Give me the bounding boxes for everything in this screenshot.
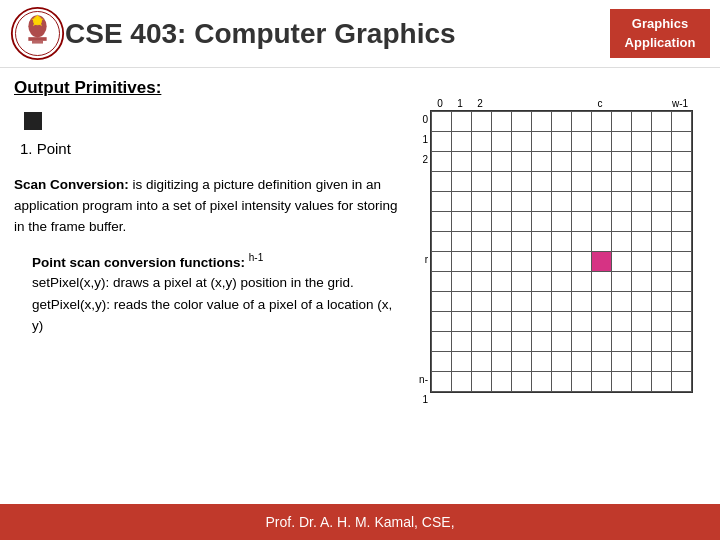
grid-cell [512,272,532,292]
grid-cell [472,212,492,232]
col-label-11 [650,98,670,109]
grid-wrapper: 0 1 2 c w-1 0 1 2 [416,98,706,393]
grid-cell [572,352,592,372]
grid-cell [492,252,512,272]
grid-cell [512,112,532,132]
grid-cell [632,312,652,332]
main-content: Output Primitives: 1. Point Scan Convers… [0,68,720,502]
left-panel: Output Primitives: 1. Point Scan Convers… [14,78,404,492]
row-label-0: 0 [416,110,430,130]
grid-area: 0 1 2 r n-1 [416,110,706,393]
grid-cell [612,372,632,392]
grid-cell [572,372,592,392]
grid-cell [512,192,532,212]
grid-cell [532,372,552,392]
grid-cell [632,152,652,172]
grid-cell [592,172,612,192]
row-label-6 [416,230,430,250]
grid-cell [512,352,532,372]
grid-cell [512,172,532,192]
grid-cell [652,132,672,152]
grid-cell [452,172,472,192]
grid-cell [532,112,552,132]
grid-cell [552,292,572,312]
grid-cell [592,292,612,312]
grid-cell [652,112,672,132]
grid-cell [432,252,452,272]
grid-cell [612,152,632,172]
point-icon [24,112,42,130]
badge-line1: Graphics [620,15,700,33]
grid-cell [612,252,632,272]
grid-cell [612,192,632,212]
point-scan-title: Point scan conversion functions: h-1 [32,252,404,270]
grid-cell [532,292,552,312]
grid-cell [652,312,672,332]
grid-cell [572,332,592,352]
grid-cell [532,132,552,152]
grid-cell [572,192,592,212]
grid-cell [572,252,592,272]
row-label-4 [416,190,430,210]
row-label-9 [416,290,430,310]
grid-cell [452,372,472,392]
grid-cell [652,332,672,352]
grid-cell [592,192,612,212]
grid-cell [672,172,692,192]
grid-cell [632,272,652,292]
grid-cell [432,112,452,132]
col-labels-row: 0 1 2 c w-1 [430,98,706,109]
grid-cell [532,192,552,212]
grid-cell [672,292,692,312]
grid-cell [432,212,452,232]
grid-cell [572,272,592,292]
grid-cell [572,312,592,332]
grid [430,110,693,393]
header-badge: Graphics Application [610,9,710,57]
row-label-5 [416,210,430,230]
grid-cell [672,352,692,372]
row-label-10 [416,310,430,330]
right-panel: 0 1 2 c w-1 0 1 2 [416,78,706,492]
grid-cell [652,232,672,252]
grid-cell [552,312,572,332]
footer-suffix: CSE, [422,514,455,530]
grid-cell [612,272,632,292]
row-label-3 [416,170,430,190]
col-label-3 [490,98,510,109]
grid-cell [452,212,472,232]
grid-cell [432,192,452,212]
grid-cell [492,232,512,252]
grid-cell [672,252,692,272]
grid-cell [472,272,492,292]
grid-cell [512,252,532,272]
pixel-grid [431,111,692,392]
grid-cell [552,192,572,212]
set-pixel-desc: setPixel(x,y): draws a pixel at (x,y) po… [32,272,404,294]
grid-cell [472,232,492,252]
svg-rect-4 [32,41,43,44]
grid-cell [472,252,492,272]
grid-cell [492,212,512,232]
row-label-n1: n-1 [416,370,430,390]
point-label: 1. Point [20,140,404,157]
grid-cell [532,252,552,272]
grid-cell [652,292,672,312]
grid-cell [552,112,572,132]
grid-cell [532,312,552,332]
grid-cell [592,332,612,352]
grid-cell [432,312,452,332]
grid-cell [532,352,552,372]
grid-cell [552,152,572,172]
col-label-1: 1 [450,98,470,109]
grid-cell [632,332,652,352]
grid-cell [572,152,592,172]
grid-cell [452,292,472,312]
grid-cell [592,252,612,272]
footer-name: Prof. Dr. A. H. M. Kamal, [265,514,417,530]
grid-cell [672,312,692,332]
grid-cell [512,312,532,332]
grid-cell [552,372,572,392]
grid-cell [492,112,512,132]
grid-cell [672,272,692,292]
